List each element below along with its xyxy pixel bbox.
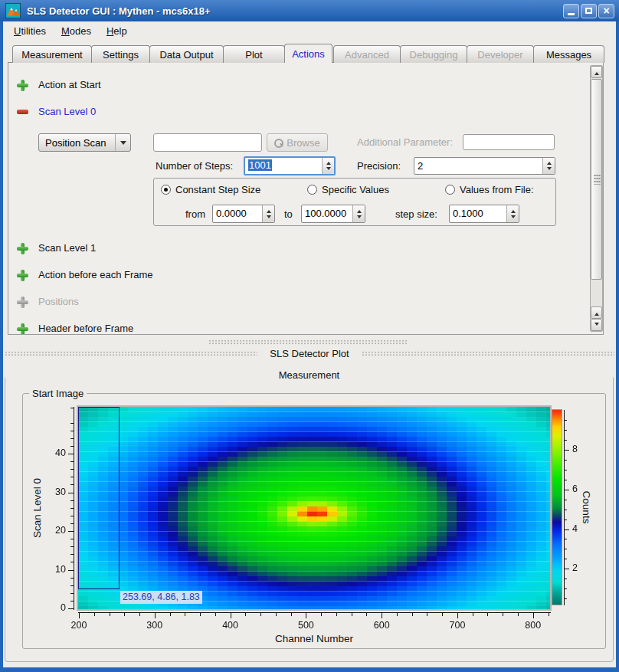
precision-spinbox[interactable]: 2 <box>414 157 555 175</box>
number-of-steps-value: 1001 <box>248 159 272 171</box>
heatmap-plot-canvas[interactable] <box>77 405 552 611</box>
y-axis-tick <box>68 531 74 532</box>
tab-measurement[interactable]: Measurement <box>12 45 92 63</box>
values-from-file-radio[interactable] <box>445 185 455 195</box>
scrollbar-thumb[interactable] <box>591 79 602 280</box>
y-axis-line <box>74 407 74 610</box>
spin-up-icon[interactable] <box>326 159 331 165</box>
to-spinbox[interactable]: 100.0000 <box>301 205 365 223</box>
tab-plot[interactable]: Plot <box>223 45 285 63</box>
constant-step-size-label: Constant Step Size <box>175 184 260 195</box>
precision-label: Precision: <box>357 160 401 172</box>
additional-parameter-input <box>463 134 555 150</box>
splitter-handle[interactable] <box>208 339 408 345</box>
scrollbar-up-icon <box>594 310 599 316</box>
colorbar-tick <box>565 450 569 451</box>
y-axis-minor-tick <box>70 423 74 424</box>
x-axis-minor-tick <box>291 613 292 616</box>
scan-level-0-item[interactable]: Scan Level 0 <box>38 106 96 118</box>
maximize-icon <box>585 8 592 14</box>
tab-advanced: Advanced <box>333 45 401 63</box>
constant-step-size-radio[interactable] <box>161 185 171 195</box>
colorbar-minor-tick <box>565 520 567 520</box>
menu-modes[interactable]: Modes <box>54 23 99 39</box>
spin-down-icon[interactable] <box>357 215 362 221</box>
spin-up-icon[interactable] <box>357 208 362 213</box>
y-axis-minor-tick <box>70 461 74 462</box>
expand-plus-icon[interactable] <box>17 80 28 91</box>
spin-down-icon[interactable] <box>267 215 271 221</box>
y-axis-tick <box>68 454 74 454</box>
menu-help[interactable]: Help <box>99 23 135 39</box>
y-axis-minor-tick <box>70 578 74 579</box>
plot-dock-title: SLS Detector Plot <box>0 348 619 359</box>
action-before-each-frame-item[interactable]: Action before each Frame <box>38 269 153 281</box>
y-axis-minor-tick <box>70 446 74 447</box>
spin-down-icon[interactable] <box>511 215 516 221</box>
tab-messages[interactable]: Messages <box>533 45 604 63</box>
colorbar-tick-label: 8 <box>572 444 589 455</box>
tab-data-output[interactable]: Data Output <box>149 45 224 63</box>
browse-button: Browse <box>267 133 328 152</box>
y-axis-minor-tick <box>70 408 74 408</box>
scrollbar-up-button[interactable] <box>591 66 602 78</box>
zoom-selection-rect <box>78 407 120 589</box>
to-value: 100.0000 <box>305 208 346 219</box>
colorbar-minor-tick <box>565 470 567 470</box>
x-axis-minor-tick <box>412 613 413 616</box>
vertical-scrollbar[interactable] <box>590 65 603 332</box>
step-size-label: step size: <box>395 208 437 220</box>
x-axis-minor-tick <box>170 613 171 616</box>
number-of-steps-spinbox[interactable]: 1001 <box>244 156 336 175</box>
menu-utilities[interactable]: Utilities <box>6 23 54 39</box>
titlebar[interactable]: SLS Detector GUI : Mythen - mcs6x18+ × <box>0 0 619 21</box>
header-before-frame-item[interactable]: Header before Frame <box>38 323 133 335</box>
collapse-minus-icon[interactable] <box>17 110 28 114</box>
from-spinbox[interactable]: 0.0000 <box>212 205 275 223</box>
colorbar-minor-tick <box>565 510 567 510</box>
spin-up-icon[interactable] <box>547 159 552 165</box>
number-of-steps-label: Number of Steps: <box>156 160 233 172</box>
colorbar-minor-tick <box>565 598 567 599</box>
additional-parameter-label: Additional Parameter: <box>357 136 453 148</box>
y-axis-minor-tick <box>70 477 74 477</box>
x-axis-minor-tick <box>473 613 473 616</box>
scan-script-input[interactable] <box>153 133 262 152</box>
scan-mode-select[interactable]: Position Scan <box>38 133 131 152</box>
scrollbar-up-button-2[interactable] <box>591 306 602 319</box>
maximize-button[interactable] <box>581 4 597 18</box>
y-axis-tick-label: 10 <box>37 564 66 575</box>
colorbar-title: Counts <box>580 484 592 530</box>
precision-value: 2 <box>418 160 423 172</box>
spin-down-icon[interactable] <box>547 167 552 172</box>
x-axis-minor-tick <box>397 613 398 616</box>
x-axis-minor-tick <box>503 613 503 616</box>
specific-values-radio[interactable] <box>307 185 317 195</box>
step-size-value: 0.1000 <box>453 208 483 219</box>
close-button[interactable]: × <box>598 4 614 18</box>
x-axis-minor-tick <box>549 613 549 616</box>
colorbar-minor-tick <box>565 559 567 559</box>
x-axis-tick <box>79 613 80 618</box>
spin-up-icon[interactable] <box>511 208 516 213</box>
x-axis-tick <box>306 613 306 618</box>
scrollbar-down-button[interactable] <box>591 319 602 331</box>
x-axis-tick <box>457 613 458 618</box>
tab-actions[interactable]: Actions <box>284 44 332 63</box>
expand-plus-icon[interactable] <box>17 243 28 254</box>
minimize-button[interactable] <box>563 4 579 18</box>
colorbar-minor-tick <box>565 549 567 549</box>
action-at-start-item[interactable]: Action at Start <box>38 79 101 91</box>
y-axis-minor-tick <box>70 523 74 524</box>
y-axis-minor-tick <box>70 484 74 485</box>
spin-up-icon[interactable] <box>267 208 271 213</box>
colorbar-minor-tick <box>565 588 567 589</box>
expand-plus-icon[interactable] <box>17 323 28 335</box>
colorbar-minor-tick <box>565 440 567 441</box>
step-size-spinbox[interactable]: 0.1000 <box>449 205 519 223</box>
tab-debugging: Debugging <box>400 45 467 63</box>
expand-plus-icon[interactable] <box>17 270 28 281</box>
scan-level-1-item[interactable]: Scan Level 1 <box>38 242 96 254</box>
tab-settings[interactable]: Settings <box>91 45 150 63</box>
spin-down-icon[interactable] <box>326 167 331 172</box>
